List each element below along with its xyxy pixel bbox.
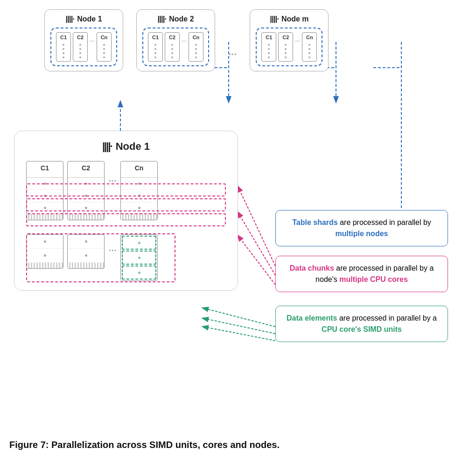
top-node2-cols: C1 C2: [148, 32, 203, 62]
dot: [195, 52, 197, 54]
green-element-1: [122, 236, 156, 250]
top-node1-title: ||||· Node 1: [50, 14, 117, 24]
dot: [268, 56, 270, 58]
top-node1-inner: C1 C2: [50, 28, 117, 66]
cols-ellipsis: …: [90, 32, 95, 42]
info-green-suffix: CPU core's SIMD units: [322, 325, 402, 333]
dot: [103, 52, 105, 54]
dot: [63, 44, 64, 46]
info-blue-middle: are processed in parallel by: [338, 218, 431, 226]
wavy-bottom: [27, 263, 63, 268]
top-node1-cols: C1 C2: [56, 32, 112, 62]
svg-line-9: [238, 212, 275, 275]
top-node1-label: Node 1: [77, 15, 102, 23]
dot: [195, 56, 197, 58]
dot: [63, 52, 64, 54]
dot: [44, 207, 46, 209]
dot: [308, 56, 310, 58]
dot: [171, 48, 173, 50]
node1-icon: ||||·: [65, 14, 74, 24]
dot: [103, 44, 105, 46]
info-green-prefix: Data elements: [287, 314, 337, 322]
dot: [85, 240, 87, 243]
dot: [103, 56, 105, 58]
top-nodem: ||||· Node m C1 C2: [250, 9, 329, 71]
dot: [79, 52, 81, 54]
large-node-content: C1 C2: [26, 161, 226, 281]
top-node2: ||||· Node 2 C1 C2: [136, 9, 215, 71]
large-node-label: Node 1: [116, 140, 150, 153]
col-cn: Cn: [97, 32, 112, 62]
dot: [171, 56, 173, 58]
dot: [85, 254, 87, 257]
dot: [285, 44, 287, 46]
dot: [285, 48, 287, 50]
dot: [85, 195, 87, 197]
dot: [44, 240, 46, 243]
large-ellipsis: …: [108, 161, 117, 184]
dot: [171, 44, 173, 46]
dot: [44, 254, 46, 257]
top-nodem-inner: C1 C2: [256, 28, 322, 66]
dot: [268, 52, 270, 54]
dot: [154, 56, 156, 58]
dot: [154, 44, 156, 46]
large-node-bottom-section: …: [26, 234, 226, 281]
dot: [138, 257, 140, 259]
svg-line-8: [238, 187, 275, 266]
col-c1: C1: [148, 32, 163, 62]
wavy-bottom: [27, 214, 63, 220]
dot: [79, 56, 81, 58]
green-element-3: [122, 266, 156, 280]
caption-text: Figure 7: Parallelization across SIMD un…: [9, 440, 280, 450]
dot: [63, 48, 64, 50]
info-box-pink: Data chunks are processed in parallel by…: [275, 256, 448, 292]
bottom-coln-green: [120, 234, 158, 281]
col-cn: Cn: [302, 32, 317, 62]
dot: [154, 52, 156, 54]
bottom-cols-row: …: [26, 234, 226, 281]
dot: [195, 44, 197, 46]
col-c2: C2: [73, 32, 88, 62]
dot: [285, 52, 287, 54]
wavy-bottom: [68, 263, 104, 268]
info-pink-suffix: multiple CPU cores: [339, 275, 408, 283]
bottom-col1: [26, 234, 63, 269]
large-node1: ||||· Node 1 C1: [14, 131, 238, 291]
dot: [44, 195, 46, 197]
info-pink-prefix: Data chunks: [290, 264, 334, 272]
dot: [308, 44, 310, 46]
dot: [308, 52, 310, 54]
dot: [268, 44, 270, 46]
dot: [138, 272, 140, 274]
nodes-ellipsis: ···: [228, 9, 237, 71]
bottom-ellipsis: …: [108, 234, 117, 253]
top-nodes-row: ||||· Node 1 C1 C2: [44, 9, 329, 71]
dot: [138, 195, 140, 197]
top-nodem-title: ||||· Node m: [256, 14, 322, 24]
dot: [268, 48, 270, 50]
dot: [138, 207, 140, 209]
dot: [63, 56, 64, 58]
dot: [79, 44, 81, 46]
cols-ellipsis: …: [295, 32, 300, 42]
green-element-2: [122, 251, 156, 265]
nodem-icon: ||||·: [270, 14, 279, 24]
figure-caption: Figure 7: Parallelization across SIMD un…: [9, 440, 467, 450]
node2-icon: ||||·: [157, 14, 166, 24]
info-blue-suffix: multiple nodes: [336, 230, 388, 238]
col-c1: C1: [56, 32, 71, 62]
dot: [285, 56, 287, 58]
col-c1: C1: [261, 32, 276, 62]
bottom-col2: [67, 234, 105, 269]
top-nodem-cols: C1 C2: [261, 32, 317, 62]
info-box-green: Data elements are processed in parallel …: [275, 306, 448, 342]
large-col-c2: C2: [67, 161, 105, 220]
large-col-c1: C1: [26, 161, 63, 220]
svg-line-10: [238, 236, 275, 285]
dot: [85, 182, 87, 185]
info-box-blue: Table shards are processed in parallel b…: [275, 210, 448, 246]
wavy-bottom: [121, 214, 157, 220]
col-cn: Cn: [189, 32, 203, 62]
top-node2-inner: C1 C2: [142, 28, 209, 66]
